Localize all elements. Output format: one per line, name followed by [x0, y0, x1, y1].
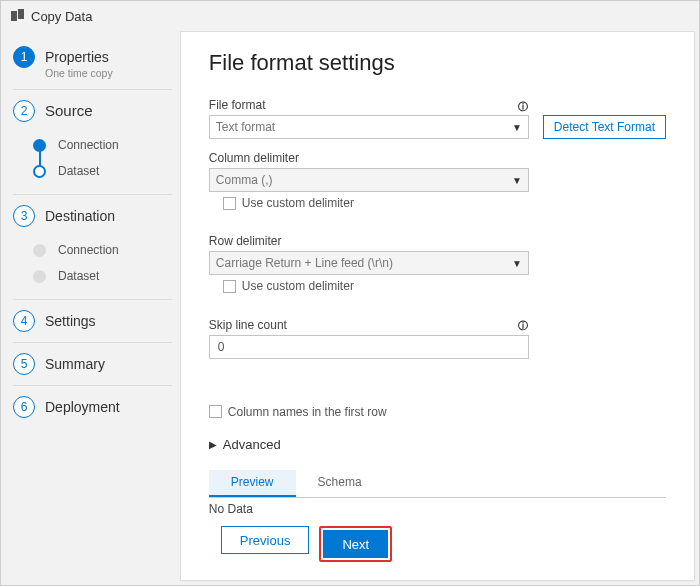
step-number-3: 3 [13, 205, 35, 227]
step-title: Source [45, 100, 93, 122]
separator [13, 342, 172, 343]
wizard-sidebar: 1 Properties One time copy 2 Source Conn… [1, 31, 180, 585]
separator [13, 299, 172, 300]
step-deployment[interactable]: 6 Deployment [13, 396, 172, 418]
column-delimiter-label: Column delimiter [209, 151, 666, 165]
field-row-delimiter: Row delimiter Carriage Return + Line fee… [209, 234, 666, 305]
checkbox-box [209, 405, 222, 418]
footer: Previous Next [209, 516, 666, 572]
separator [13, 89, 172, 90]
field-skip-line-count: Skip line count ⓘ [209, 318, 666, 389]
file-format-label: File format [209, 98, 266, 112]
substep-dest-dataset[interactable]: Dataset [33, 263, 172, 289]
substep-label: Connection [58, 138, 119, 152]
checkbox-box [223, 197, 236, 210]
field-column-delimiter: Column delimiter Comma (,) ▼ Use custom … [209, 151, 666, 222]
select-value: Carriage Return + Line feed (\r\n) [216, 256, 393, 270]
substep-label: Connection [58, 243, 119, 257]
next-highlight: Next [319, 526, 392, 562]
checkbox-label: Use custom delimiter [242, 279, 354, 293]
substep-dest-connection[interactable]: Connection [33, 237, 172, 263]
row-custom-delimiter-checkbox[interactable]: Use custom delimiter [223, 279, 666, 293]
expand-icon: ▶ [209, 439, 217, 450]
page-heading: File format settings [209, 50, 666, 76]
column-delimiter-select[interactable]: Comma (,) ▼ [209, 168, 529, 192]
step-summary[interactable]: 5 Summary [13, 353, 172, 375]
step-subtitle: One time copy [45, 67, 113, 79]
select-value: Text format [216, 120, 275, 134]
dest-substeps: Connection Dataset [33, 237, 172, 289]
info-icon[interactable]: ⓘ [517, 319, 529, 333]
step-number-2: 2 [13, 100, 35, 122]
source-substeps: Connection Dataset [33, 132, 172, 184]
connector-line [39, 144, 41, 166]
step-title: Properties [45, 46, 113, 68]
substep-label: Dataset [58, 164, 99, 178]
window-frame: Copy Data 1 Properties One time copy 2 S… [0, 0, 700, 586]
skip-line-input-wrap [209, 335, 529, 359]
tab-preview[interactable]: Preview [209, 470, 296, 497]
substep-label: Dataset [58, 269, 99, 283]
step-number-6: 6 [13, 396, 35, 418]
step-title: Deployment [45, 396, 120, 418]
field-file-format: File format ⓘ Text format ▼ [209, 98, 529, 139]
row-delimiter-label: Row delimiter [209, 234, 666, 248]
checkbox-box [223, 280, 236, 293]
step-number-4: 4 [13, 310, 35, 332]
step-source[interactable]: 2 Source [13, 100, 172, 122]
tabs: Preview Schema [209, 470, 666, 498]
svg-rect-0 [11, 11, 17, 21]
checkbox-label: Use custom delimiter [242, 196, 354, 210]
advanced-label: Advanced [223, 437, 281, 452]
no-data-text: No Data [209, 502, 666, 516]
step-number-1: 1 [13, 46, 35, 68]
row-delimiter-select[interactable]: Carriage Return + Line feed (\r\n) ▼ [209, 251, 529, 275]
previous-button[interactable]: Previous [221, 526, 310, 554]
step-title: Destination [45, 205, 115, 227]
file-format-select[interactable]: Text format ▼ [209, 115, 529, 139]
skip-line-label: Skip line count [209, 318, 287, 332]
substep-source-connection[interactable]: Connection [33, 132, 172, 158]
dot-icon [33, 244, 46, 257]
main-panel: File format settings File format ⓘ Text … [180, 31, 695, 581]
step-title: Summary [45, 353, 105, 375]
copy-data-icon [11, 9, 25, 24]
chevron-down-icon: ▼ [512, 122, 522, 133]
step-title: Settings [45, 310, 96, 332]
chevron-down-icon: ▼ [512, 258, 522, 269]
step-settings[interactable]: 4 Settings [13, 310, 172, 332]
dot-icon [33, 270, 46, 283]
tab-schema[interactable]: Schema [296, 470, 384, 497]
chevron-down-icon: ▼ [512, 175, 522, 186]
next-button[interactable]: Next [323, 530, 388, 558]
titlebar: Copy Data [1, 1, 699, 31]
substep-source-dataset[interactable]: Dataset [33, 158, 172, 184]
column-custom-delimiter-checkbox[interactable]: Use custom delimiter [223, 196, 666, 210]
step-number-5: 5 [13, 353, 35, 375]
column-names-first-row-checkbox[interactable]: Column names in the first row [209, 405, 666, 419]
advanced-expander[interactable]: ▶ Advanced [209, 437, 666, 452]
detect-text-format-button[interactable]: Detect Text Format [543, 115, 666, 139]
step-destination[interactable]: 3 Destination [13, 205, 172, 227]
titlebar-text: Copy Data [31, 9, 92, 24]
dot-icon [33, 165, 46, 178]
separator [13, 194, 172, 195]
step-properties[interactable]: 1 Properties One time copy [13, 46, 172, 79]
info-icon[interactable]: ⓘ [517, 100, 529, 114]
skip-line-input[interactable] [216, 339, 522, 355]
checkbox-label: Column names in the first row [228, 405, 387, 419]
separator [13, 385, 172, 386]
select-value: Comma (,) [216, 173, 273, 187]
svg-rect-1 [18, 9, 24, 19]
